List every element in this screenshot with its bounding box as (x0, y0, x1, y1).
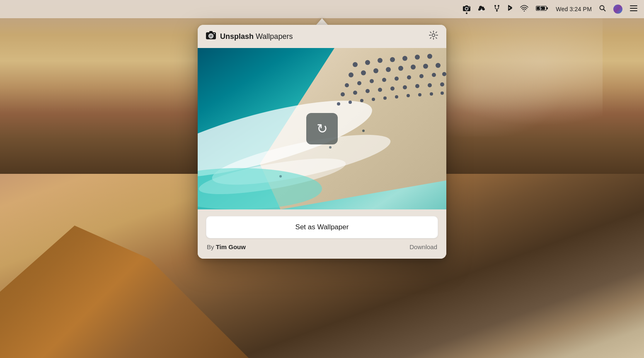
svg-point-43 (345, 83, 349, 87)
photographer-attribution: By Tim Gouw (207, 243, 246, 250)
attribution-row: By Tim Gouw Download (206, 243, 438, 250)
control-center-icon[interactable] (630, 5, 637, 13)
svg-point-38 (386, 67, 391, 72)
svg-point-50 (432, 73, 436, 77)
svg-point-62 (349, 101, 352, 104)
svg-point-35 (349, 72, 353, 77)
svg-rect-9 (547, 7, 548, 10)
popover-title-bold: Unsplash (220, 32, 254, 41)
svg-point-7 (524, 10, 525, 11)
popover-arrow (316, 18, 328, 25)
svg-point-71 (362, 130, 365, 132)
settings-gear-icon[interactable] (429, 31, 438, 42)
svg-point-58 (415, 84, 419, 88)
menubar: Wed 3:24 PM (0, 0, 644, 18)
user-avatar[interactable] (613, 5, 622, 14)
svg-rect-14 (630, 10, 637, 11)
svg-point-20 (432, 34, 435, 37)
menubar-time: Wed 3:24 PM (556, 6, 592, 12)
svg-point-37 (373, 68, 378, 73)
set-wallpaper-button[interactable]: Set as Wallpaper (206, 216, 438, 238)
by-prefix: By (207, 243, 216, 250)
svg-point-54 (366, 89, 370, 93)
search-icon[interactable] (599, 5, 606, 13)
svg-point-51 (442, 72, 446, 76)
menubar-right-icons: Wed 3:24 PM (463, 5, 637, 14)
svg-point-61 (337, 102, 340, 106)
svg-point-19 (214, 33, 215, 34)
popover-header: Unsplash Wallpapers (198, 25, 446, 48)
svg-point-3 (469, 7, 470, 7)
svg-point-53 (353, 91, 357, 95)
bluetooth-icon[interactable] (508, 5, 513, 14)
refresh-icon: ↻ (317, 121, 328, 137)
photographer-name: Tim Gouw (216, 243, 246, 250)
svg-point-55 (378, 88, 382, 92)
svg-point-40 (411, 65, 416, 70)
svg-rect-13 (630, 8, 637, 9)
svg-point-52 (341, 92, 345, 96)
camera-menubar-icon[interactable] (463, 5, 470, 13)
svg-rect-2 (465, 5, 468, 7)
cloud-icon[interactable] (478, 5, 486, 13)
svg-point-28 (353, 62, 358, 67)
svg-rect-18 (209, 31, 213, 33)
svg-point-33 (415, 55, 420, 60)
svg-point-47 (395, 77, 399, 81)
svg-point-73 (279, 175, 282, 178)
svg-point-64 (372, 98, 375, 101)
svg-point-46 (382, 78, 386, 82)
svg-point-42 (436, 63, 441, 68)
svg-point-45 (370, 79, 374, 83)
svg-point-67 (407, 94, 410, 97)
svg-point-70 (441, 91, 444, 95)
svg-point-36 (361, 70, 366, 75)
svg-point-69 (430, 92, 433, 96)
fork-icon[interactable] (494, 5, 500, 14)
svg-point-57 (403, 85, 407, 89)
svg-point-63 (360, 99, 363, 102)
svg-point-32 (402, 56, 407, 61)
svg-point-68 (418, 93, 421, 96)
svg-point-60 (440, 82, 444, 86)
svg-point-65 (383, 96, 387, 100)
refresh-button[interactable]: ↻ (306, 113, 338, 144)
svg-point-6 (496, 10, 498, 12)
svg-point-29 (365, 60, 370, 65)
svg-point-31 (390, 57, 395, 62)
popover-title: Unsplash Wallpapers (220, 32, 293, 41)
svg-point-39 (398, 66, 403, 71)
svg-point-66 (395, 95, 398, 99)
download-link[interactable]: Download (409, 243, 437, 250)
popover-title-area: Unsplash Wallpapers (206, 31, 293, 42)
svg-point-48 (407, 75, 411, 79)
popover-bottom: Set as Wallpaper By Tim Gouw Download (198, 209, 446, 259)
svg-point-59 (428, 83, 432, 87)
wifi-icon[interactable] (520, 5, 528, 13)
svg-point-41 (423, 64, 428, 69)
svg-rect-12 (630, 5, 637, 6)
wallpaper-preview-image[interactable]: ↻ (198, 48, 446, 209)
battery-icon[interactable] (536, 5, 548, 13)
svg-point-34 (427, 54, 432, 59)
svg-point-56 (390, 86, 395, 91)
svg-point-30 (378, 58, 383, 63)
popover-camera-icon (206, 31, 216, 42)
svg-point-44 (357, 81, 361, 85)
svg-point-49 (419, 74, 424, 78)
svg-point-72 (329, 146, 332, 149)
popover-title-normal: Wallpapers (254, 32, 293, 41)
popover-panel: Unsplash Wallpapers (198, 25, 446, 259)
